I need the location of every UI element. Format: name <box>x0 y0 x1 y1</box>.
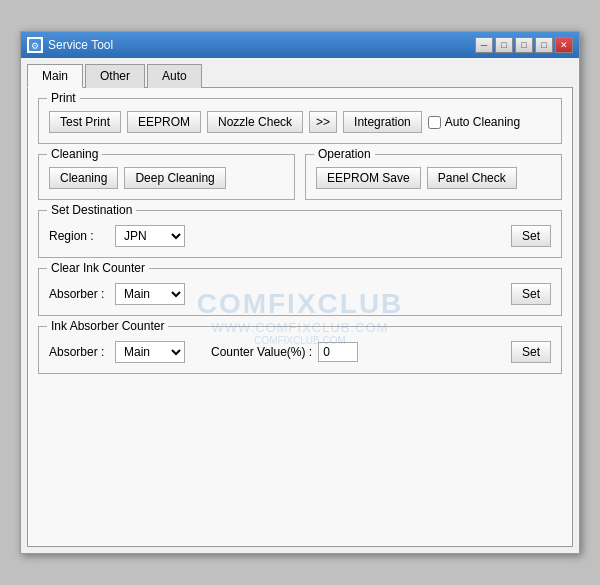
arrow-button[interactable]: >> <box>309 111 337 133</box>
window-content: Main Other Auto Comfixclub WWW.COMFIXCLU… <box>21 58 579 553</box>
close-button[interactable]: ✕ <box>555 37 573 53</box>
print-section: Print Test Print EEPROM Nozzle Check >> … <box>38 98 562 144</box>
tab-bar: Main Other Auto <box>27 64 573 88</box>
panel-check-button[interactable]: Panel Check <box>427 167 517 189</box>
clear-ink-counter-label: Clear Ink Counter <box>47 261 149 275</box>
counter-value-input[interactable] <box>318 342 358 362</box>
counter-value-label: Counter Value(%) : <box>211 345 312 359</box>
operation-buttons-row: EEPROM Save Panel Check <box>316 167 551 189</box>
deep-cleaning-button[interactable]: Deep Cleaning <box>124 167 225 189</box>
tab-content-main: Comfixclub WWW.COMFIXCLUB.COM COMFIXCLUB… <box>27 87 573 547</box>
print-section-label: Print <box>47 91 80 105</box>
auto-cleaning-label: Auto Cleaning <box>445 115 520 129</box>
auto-cleaning-checkbox-row: Auto Cleaning <box>428 115 520 129</box>
minimize-button[interactable]: ─ <box>475 37 493 53</box>
absorber-select-2[interactable]: Main Sub <box>115 341 185 363</box>
auto-cleaning-checkbox[interactable] <box>428 116 441 129</box>
ink-absorber-set-button[interactable]: Set <box>511 341 551 363</box>
cleaning-section-label: Cleaning <box>47 147 102 161</box>
ink-absorber-counter-row: Absorber : Main Sub Counter Value(%) : S… <box>49 341 551 363</box>
set-destination-row: Region : JPN USA EUR Set <box>49 225 551 247</box>
clear-ink-counter-row: Absorber : Main Sub Set <box>49 283 551 305</box>
print-buttons-row: Test Print EEPROM Nozzle Check >> Integr… <box>49 111 551 133</box>
operation-section-label: Operation <box>314 147 375 161</box>
absorber-label-2: Absorber : <box>49 345 109 359</box>
maximize-button[interactable]: □ <box>515 37 533 53</box>
clear-ink-counter-section: Clear Ink Counter Absorber : Main Sub Se… <box>38 268 562 316</box>
cleaning-buttons-row: Cleaning Deep Cleaning <box>49 167 284 189</box>
cleaning-button[interactable]: Cleaning <box>49 167 118 189</box>
title-bar-left: ⚙ Service Tool <box>27 37 113 53</box>
clear-ink-set-button[interactable]: Set <box>511 283 551 305</box>
ink-absorber-counter-section: Ink Absorber Counter Absorber : Main Sub… <box>38 326 562 374</box>
title-bar: ⚙ Service Tool ─ □ □ □ ✕ <box>21 32 579 58</box>
restore-button[interactable]: □ <box>495 37 513 53</box>
absorber-select-1[interactable]: Main Sub <box>115 283 185 305</box>
title-buttons: ─ □ □ □ ✕ <box>475 37 573 53</box>
region-label: Region : <box>49 229 109 243</box>
test-print-button[interactable]: Test Print <box>49 111 121 133</box>
set-destination-section: Set Destination Region : JPN USA EUR Set <box>38 210 562 258</box>
set-destination-label: Set Destination <box>47 203 136 217</box>
set-destination-button[interactable]: Set <box>511 225 551 247</box>
operation-section: Operation EEPROM Save Panel Check <box>305 154 562 200</box>
tab-other[interactable]: Other <box>85 64 145 88</box>
window-title: Service Tool <box>48 38 113 52</box>
app-icon: ⚙ <box>27 37 43 53</box>
tab-auto[interactable]: Auto <box>147 64 202 88</box>
main-window: ⚙ Service Tool ─ □ □ □ ✕ Main Other Auto… <box>20 31 580 554</box>
cleaning-operation-row: Cleaning Cleaning Deep Cleaning Operatio… <box>38 154 562 200</box>
eeprom-button[interactable]: EEPROM <box>127 111 201 133</box>
region-select[interactable]: JPN USA EUR <box>115 225 185 247</box>
integration-button[interactable]: Integration <box>343 111 422 133</box>
absorber-label-1: Absorber : <box>49 287 109 301</box>
svg-text:⚙: ⚙ <box>31 41 39 51</box>
ink-absorber-counter-label: Ink Absorber Counter <box>47 319 168 333</box>
cleaning-section: Cleaning Cleaning Deep Cleaning <box>38 154 295 200</box>
tab-main[interactable]: Main <box>27 64 83 88</box>
eeprom-save-button[interactable]: EEPROM Save <box>316 167 421 189</box>
pin-button[interactable]: □ <box>535 37 553 53</box>
nozzle-check-button[interactable]: Nozzle Check <box>207 111 303 133</box>
